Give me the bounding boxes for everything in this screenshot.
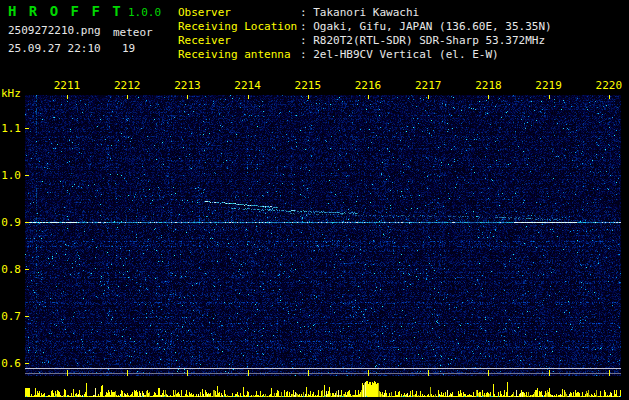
info-value: : Takanori Kawachi — [300, 6, 419, 20]
time-tick-label: 2211 — [51, 79, 83, 92]
info-label: Observer — [178, 6, 300, 20]
freq-unit-label: kHz — [1, 87, 21, 100]
freq-tick-label: 0.9 — [0, 216, 21, 229]
mode-label: meteor — [113, 26, 153, 39]
info-row: Receiver: R820T2(RTL-SDR) SDR-Sharp 53.3… — [178, 34, 552, 48]
spectrogram-canvas — [25, 95, 621, 376]
info-row: Observer: Takanori Kawachi — [178, 6, 552, 20]
time-tick-label: 2215 — [292, 79, 324, 92]
info-value: : 2el-HB9CV Vertical (el. E-W) — [300, 48, 499, 62]
frequency-axis: kHz 1.11.00.90.80.70.6 — [0, 0, 25, 400]
freq-tick-label: 1.0 — [0, 169, 21, 182]
time-tick-label: 2213 — [171, 79, 203, 92]
app-version: 1.0.0 — [128, 6, 161, 19]
time-tick-label: 2217 — [412, 79, 444, 92]
time-tick-label: 2212 — [111, 79, 143, 92]
station-info: Observer: Takanori KawachiReceiving Loca… — [178, 6, 552, 62]
freq-tick-label: 1.1 — [0, 122, 21, 135]
info-label: Receiving Location — [178, 20, 300, 34]
time-tick-label: 2219 — [533, 79, 565, 92]
freq-tick-label: 0.7 — [0, 310, 21, 323]
time-tick-label: 2218 — [472, 79, 504, 92]
time-tick-label: 2216 — [352, 79, 384, 92]
time-axis: 2211221222132214221522162217221822192220 — [0, 79, 629, 92]
time-tick-label: 2220 — [593, 79, 625, 92]
hrofft-window: H R O F F T 1.0.0 2509272210.png meteor … — [0, 0, 629, 400]
info-row: Receiving antenna: 2el-HB9CV Vertical (e… — [178, 48, 552, 62]
info-label: Receiver — [178, 34, 300, 48]
app-title: H R O F F T — [8, 3, 123, 19]
echo-count: 19 — [122, 42, 135, 55]
info-label: Receiving antenna — [178, 48, 300, 62]
time-tick-label: 2214 — [232, 79, 264, 92]
signal-meter-canvas — [25, 380, 621, 397]
info-value: : Ogaki, Gifu, JAPAN (136.60E, 35.35N) — [300, 20, 552, 34]
info-value: : R820T2(RTL-SDR) SDR-Sharp 53.372MHz — [300, 34, 545, 48]
freq-tick-label: 0.6 — [0, 357, 21, 370]
freq-tick-label: 0.8 — [0, 263, 21, 276]
info-row: Receiving Location: Ogaki, Gifu, JAPAN (… — [178, 20, 552, 34]
